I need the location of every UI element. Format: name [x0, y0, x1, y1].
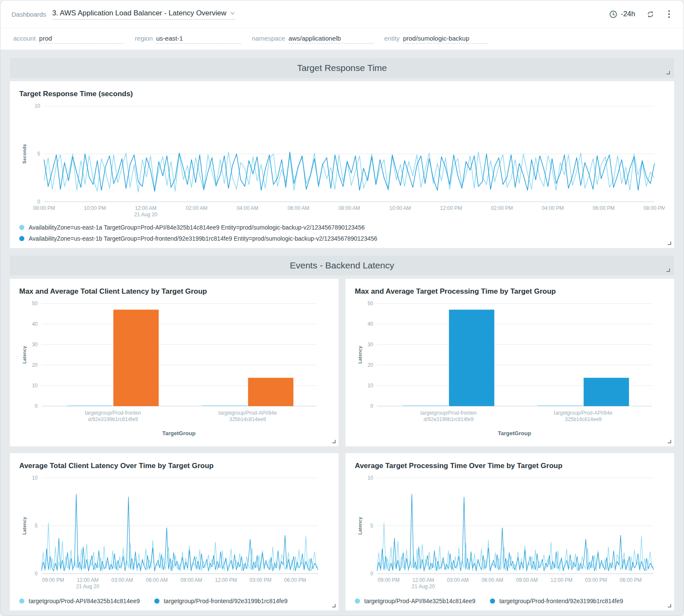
- filter-value-region[interactable]: us-east-1: [156, 35, 241, 44]
- client-latency-line-chart[interactable]: 0510Latency09:00 PM12:00 AM21 Aug 2003:0…: [19, 474, 329, 593]
- expand-corner-icon[interactable]: [668, 242, 671, 245]
- svg-text:04:00 AM: 04:00 AM: [237, 205, 259, 211]
- expand-corner-icon[interactable]: [668, 604, 671, 607]
- svg-text:09:00 PM: 09:00 PM: [42, 577, 64, 583]
- svg-text:06:00 AM: 06:00 AM: [481, 577, 503, 583]
- svg-text:TargetGroup: TargetGroup: [162, 430, 196, 436]
- section-header-target-response-time[interactable]: Target Response Time: [10, 58, 674, 78]
- header-left: Dashboards 3. AWS Application Load Balan…: [12, 9, 235, 20]
- filter-namespace: namespace aws/applicationelb: [252, 35, 373, 44]
- legend-item[interactable]: targetgroup/Prod-API/84e325b14c814ee9: [355, 598, 475, 604]
- expand-corner-icon[interactable]: [332, 604, 336, 607]
- processing-time-line-chart[interactable]: 0510Latency09:00 PM12:00 AM21 Aug 2003:0…: [355, 474, 665, 593]
- svg-text:02:00 PM: 02:00 PM: [491, 205, 513, 211]
- legend-item[interactable]: targetgroup/Prod-API/84e325b14c814ee9: [19, 598, 140, 604]
- client-latency-bar-chart[interactable]: 01020304050Latencytargetgroup/Prod-front…: [19, 299, 329, 440]
- legend-item[interactable]: targetgroup/Prod-frontend/92e3199b1rc814…: [490, 598, 623, 604]
- header-right: -24h: [609, 9, 672, 19]
- svg-text:targetgroup/Prod-fronten: targetgroup/Prod-fronten: [85, 410, 141, 416]
- legend: targetgroup/Prod-API/84e325b14c814ee9 ta…: [19, 598, 329, 604]
- processing-time-bar-chart[interactable]: 01020304050Latencytargetgroup/Prod-front…: [355, 299, 665, 440]
- svg-text:50: 50: [32, 301, 38, 307]
- svg-text:10: 10: [368, 383, 374, 389]
- svg-text:03:00 AM: 03:00 AM: [112, 577, 133, 583]
- filter-bar: account prod region us-east-1 namespace …: [0, 28, 684, 50]
- legend: AvailabilityZone=us-east-1a TargetGroup=…: [19, 224, 665, 242]
- expand-corner-icon[interactable]: [668, 440, 671, 443]
- svg-text:0: 0: [35, 403, 38, 409]
- time-range-label: -24h: [621, 10, 635, 18]
- svg-text:325b14c814ee9: 325b14c814ee9: [565, 416, 601, 422]
- filter-value-account[interactable]: prod: [39, 35, 124, 44]
- refresh-button[interactable]: [646, 10, 655, 18]
- expand-corner-icon[interactable]: [666, 268, 670, 272]
- legend-dot: [19, 598, 24, 604]
- svg-text:Latency: Latency: [22, 516, 27, 534]
- legend-dot: [19, 225, 24, 230]
- expand-corner-icon[interactable]: [332, 440, 336, 443]
- kebab-menu-button[interactable]: [666, 9, 672, 19]
- time-range-button[interactable]: -24h: [609, 10, 635, 18]
- svg-text:targetgroup/Prod-API/84e: targetgroup/Prod-API/84e: [218, 410, 277, 416]
- filter-label-region: region: [135, 35, 153, 42]
- legend-label: targetgroup/Prod-API/84e325b14c814ee9: [364, 598, 475, 604]
- svg-text:04:00 PM: 04:00 PM: [542, 205, 563, 211]
- panel-title: Max and Average Total Client Latency by …: [19, 287, 329, 296]
- svg-text:21 Aug 20: 21 Aug 20: [134, 212, 157, 218]
- svg-text:20: 20: [32, 362, 38, 368]
- svg-text:325b14c814ee9: 325b14c814ee9: [229, 416, 266, 422]
- svg-text:06:00 AM: 06:00 AM: [146, 577, 168, 583]
- svg-text:targetgroup/Prod-fronten: targetgroup/Prod-fronten: [420, 410, 476, 416]
- panel-processing-time-bar: Max and Average Target Processing Time b…: [345, 279, 674, 446]
- section-title: Events - Backend Latency: [290, 260, 394, 271]
- svg-text:09:00 AM: 09:00 AM: [516, 577, 538, 583]
- dashboard-app: Dashboards 3. AWS Application Load Balan…: [0, 0, 684, 616]
- svg-text:08:00 PM: 08:00 PM: [33, 205, 55, 211]
- svg-text:12:00 AM: 12:00 AM: [135, 205, 157, 211]
- legend-item[interactable]: AvailabilityZone=us-east-1b TargetGroup=…: [19, 235, 665, 242]
- svg-text:40: 40: [368, 321, 374, 327]
- section-title: Target Response Time: [297, 63, 387, 73]
- svg-text:40: 40: [32, 321, 38, 327]
- svg-text:12:00 PM: 12:00 PM: [551, 577, 572, 583]
- svg-text:Seconds: Seconds: [22, 144, 27, 164]
- svg-text:0: 0: [370, 571, 373, 577]
- legend: targetgroup/Prod-API/84e325b14c814ee9 ta…: [355, 598, 665, 604]
- svg-text:50: 50: [368, 301, 374, 307]
- legend-dot: [19, 236, 24, 241]
- legend-dot: [355, 598, 360, 604]
- svg-text:03:00 AM: 03:00 AM: [447, 577, 469, 583]
- breadcrumb[interactable]: Dashboards: [12, 11, 46, 18]
- panel-client-latency-bar: Max and Average Total Client Latency by …: [10, 279, 339, 446]
- legend-item[interactable]: AvailabilityZone=us-east-1a TargetGroup=…: [19, 224, 665, 231]
- section-header-events-backend-latency[interactable]: Events - Backend Latency: [10, 256, 674, 275]
- svg-text:12:00 PM: 12:00 PM: [215, 577, 237, 583]
- dashboard-title-dropdown[interactable]: 3. AWS Application Load Balancer - Laten…: [52, 9, 236, 20]
- svg-text:0: 0: [37, 199, 40, 205]
- svg-text:12:00 PM: 12:00 PM: [440, 205, 462, 211]
- svg-text:Latency: Latency: [22, 345, 27, 363]
- legend-dot: [490, 598, 495, 604]
- legend-label: targetgroup/Prod-frontend/92e3199b1rc814…: [164, 598, 288, 604]
- filter-label-account: account: [13, 35, 36, 42]
- svg-text:20: 20: [368, 362, 374, 368]
- svg-text:30: 30: [368, 342, 374, 348]
- chevron-down-icon: [230, 12, 235, 15]
- svg-text:21 Aug 20: 21 Aug 20: [76, 584, 99, 589]
- response-time-chart[interactable]: 0510Seconds08:00 PM10:00 PM12:00 AM21 Au…: [19, 102, 665, 221]
- svg-text:targetgroup/Prod-API/84e: targetgroup/Prod-API/84e: [554, 410, 613, 416]
- filter-value-namespace[interactable]: aws/applicationelb: [289, 35, 373, 44]
- svg-text:TargetGroup: TargetGroup: [498, 430, 531, 436]
- expand-corner-icon[interactable]: [666, 71, 670, 74]
- clock-icon: [609, 10, 617, 18]
- panel-title: Target Response Time (seconds): [19, 90, 665, 98]
- svg-text:10: 10: [32, 475, 38, 481]
- top-header: Dashboards 3. AWS Application Load Balan…: [0, 0, 684, 28]
- svg-text:5: 5: [370, 523, 373, 529]
- filter-value-entity[interactable]: prod/sumologic-backup: [403, 35, 488, 44]
- refresh-icon: [646, 10, 655, 18]
- svg-text:10: 10: [32, 383, 38, 389]
- panel-processing-time-line: Average Target Processing Time Over Time…: [345, 453, 674, 610]
- filter-entity: entity prod/sumologic-backup: [384, 35, 488, 44]
- legend-item[interactable]: targetgroup/Prod-frontend/92e3199b1rc814…: [154, 598, 288, 604]
